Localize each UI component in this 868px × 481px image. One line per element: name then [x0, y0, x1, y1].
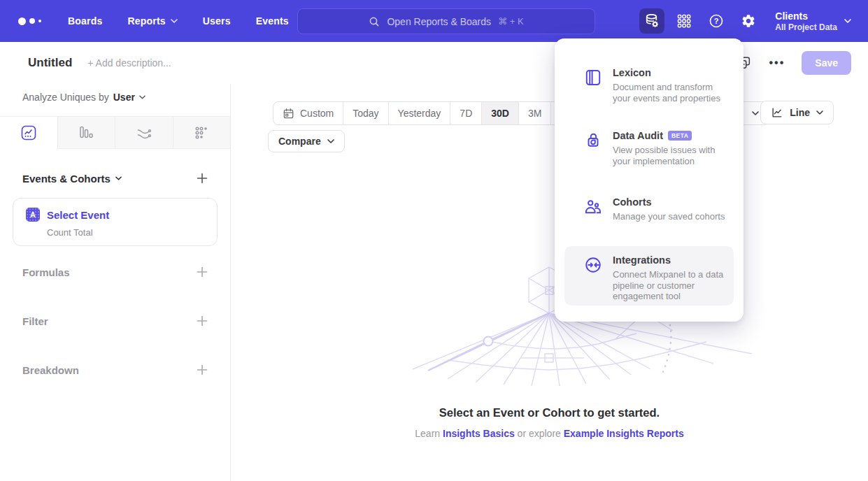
- report-title[interactable]: Untitled: [28, 56, 72, 70]
- menu-item-title: Data Audit BETA: [613, 130, 727, 141]
- global-search-input[interactable]: Open Reports & Boards ⌘ + K: [297, 8, 595, 34]
- report-description-placeholder[interactable]: + Add description...: [87, 57, 171, 69]
- org-name: Clients: [775, 10, 837, 22]
- add-formula-button[interactable]: [197, 266, 208, 278]
- menu-item-data-audit[interactable]: Data Audit BETA View possible issues wit…: [564, 122, 734, 175]
- chart-type-dropdown[interactable]: Line: [760, 101, 834, 124]
- date-range-today[interactable]: Today: [343, 102, 388, 124]
- project-switcher[interactable]: Clients All Project Data: [775, 10, 851, 33]
- nav-events[interactable]: Events: [256, 15, 289, 27]
- chevron-down-icon: [752, 111, 759, 115]
- grid-icon: [676, 13, 692, 29]
- menu-item-title: Cohorts: [613, 196, 725, 208]
- event-selector-card[interactable]: A Select Event Count Total: [13, 198, 218, 246]
- svg-text:?: ?: [714, 17, 719, 25]
- select-event-label[interactable]: Select Event: [47, 209, 109, 221]
- data-management-button[interactable]: [639, 8, 664, 34]
- help-button[interactable]: ?: [704, 8, 729, 34]
- event-letter-badge: A: [26, 208, 40, 222]
- tab-retention-grid[interactable]: [173, 117, 231, 148]
- database-gear-icon: [643, 13, 660, 29]
- cohorts-icon: [584, 198, 602, 216]
- beta-badge: BETA: [668, 131, 692, 141]
- date-range-3m[interactable]: 3M: [519, 102, 551, 124]
- menu-item-cohorts[interactable]: Cohorts Manage your saved cohorts: [564, 188, 734, 231]
- menu-item-integrations[interactable]: Integrations Connect Mixpanel to a data …: [564, 246, 734, 306]
- chart-type-tabs: [0, 116, 230, 149]
- analyze-value-dropdown[interactable]: User: [113, 92, 145, 103]
- integrations-icon: [584, 256, 602, 274]
- calendar-icon: [283, 108, 294, 120]
- data-audit-icon: [584, 131, 602, 150]
- formulas-header: Formulas: [22, 266, 70, 278]
- insights-basics-link[interactable]: Insights Basics: [443, 428, 515, 439]
- mixpanel-logo[interactable]: [18, 17, 41, 25]
- book-icon: [584, 69, 602, 87]
- nav-boards[interactable]: Boards: [68, 15, 102, 27]
- top-navigation-bar: Boards Reports Users Events Open Reports…: [0, 0, 868, 42]
- analyze-uniques-row: Analyze Uniques by User: [22, 92, 145, 103]
- flow-tab-icon: [136, 125, 152, 141]
- menu-item-title: Integrations: [613, 254, 727, 266]
- date-range-30d[interactable]: 30D: [482, 102, 519, 124]
- events-cohorts-header[interactable]: Events & Cohorts: [22, 173, 122, 185]
- data-management-menu: Lexicon Document and transform your even…: [555, 38, 744, 322]
- breakdown-header: Breakdown: [22, 364, 79, 376]
- example-reports-link[interactable]: Example Insights Reports: [564, 428, 684, 439]
- date-range-7d[interactable]: 7D: [450, 102, 482, 124]
- analyze-label: Analyze Uniques by: [22, 92, 109, 103]
- chevron-down-icon: [816, 110, 823, 115]
- retention-tab-icon: [194, 125, 209, 141]
- nav-reports[interactable]: Reports: [127, 15, 177, 27]
- line-chart-tab-icon: [21, 125, 36, 141]
- primary-nav: Boards Reports Users Events: [68, 15, 289, 27]
- formulas-section: Formulas: [22, 263, 208, 281]
- report-canvas: Custom Today Yesterday 7D 30D 3M 6M Comp…: [231, 84, 868, 481]
- menu-item-title: Lexicon: [613, 67, 727, 78]
- filter-header: Filter: [22, 315, 48, 327]
- compare-button[interactable]: Compare: [268, 130, 345, 152]
- topnav-right-cluster: ? Clients All Project Data: [639, 8, 851, 34]
- chevron-down-icon: [844, 19, 851, 23]
- chevron-down-icon: [171, 19, 178, 23]
- bar-chart-tab-icon: [78, 125, 94, 141]
- gear-icon: [741, 13, 756, 29]
- project-name: All Project Data: [775, 22, 837, 33]
- chevron-down-icon: [327, 139, 334, 143]
- nav-users[interactable]: Users: [203, 15, 231, 27]
- search-shortcut: ⌘ + K: [498, 16, 524, 27]
- save-button[interactable]: Save: [802, 51, 851, 75]
- events-cohorts-section: Events & Cohorts: [22, 169, 208, 187]
- more-options-button[interactable]: •••: [769, 57, 785, 69]
- add-filter-button[interactable]: [197, 315, 208, 326]
- filter-section: Filter: [22, 312, 208, 330]
- add-breakdown-button[interactable]: [197, 364, 208, 375]
- date-range-custom[interactable]: Custom: [273, 102, 343, 124]
- tab-bar-chart[interactable]: [58, 117, 116, 148]
- line-chart-icon: [771, 106, 783, 119]
- breakdown-section: Breakdown: [22, 361, 208, 379]
- count-total-label[interactable]: Count Total: [47, 227, 206, 238]
- chevron-down-icon: [139, 95, 145, 99]
- menu-item-description: Manage your saved cohorts: [613, 211, 725, 222]
- search-placeholder: Open Reports & Boards: [387, 16, 491, 27]
- empty-state-title: Select an Event or Cohort to get started…: [231, 406, 868, 419]
- date-range-yesterday[interactable]: Yesterday: [389, 102, 451, 124]
- query-builder-sidebar: Analyze Uniques by User: [0, 84, 231, 481]
- search-icon: [369, 16, 380, 27]
- empty-state-subtitle: Learn Insights Basics or explore Example…: [231, 428, 868, 439]
- chevron-down-icon: [115, 176, 122, 180]
- tab-insights-line[interactable]: [0, 117, 58, 149]
- tab-flow-chart[interactable]: [115, 117, 173, 148]
- menu-item-description: View possible issues with your implement…: [613, 145, 727, 166]
- settings-button[interactable]: [736, 8, 761, 34]
- date-range-segmented-control: Custom Today Yesterday 7D 30D 3M 6M: [273, 101, 584, 125]
- menu-item-description: Document and transform your events and p…: [613, 82, 727, 103]
- menu-item-description: Connect Mixpanel to a data pipeline or c…: [613, 269, 727, 302]
- menu-item-lexicon[interactable]: Lexicon Document and transform your even…: [564, 59, 734, 112]
- help-icon: ?: [708, 13, 725, 29]
- add-event-button[interactable]: [197, 173, 208, 184]
- apps-grid-button[interactable]: [671, 8, 697, 34]
